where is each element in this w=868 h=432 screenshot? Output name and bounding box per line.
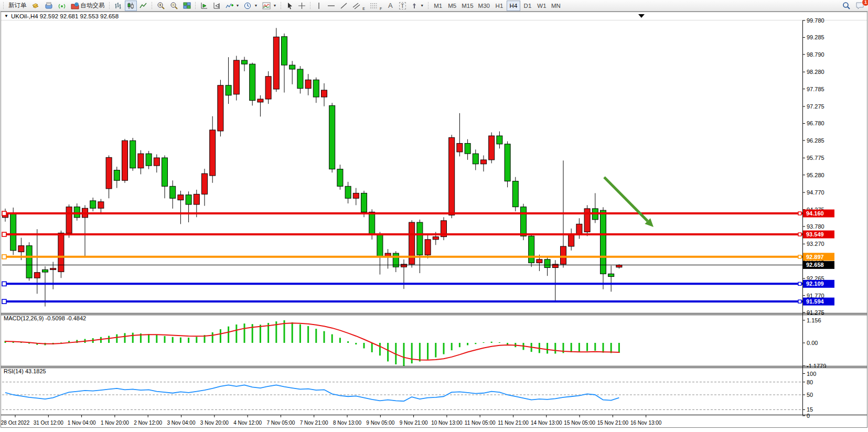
- candle: [242, 60, 248, 64]
- candle: [34, 273, 40, 278]
- toolbar-grip[interactable]: [151, 2, 153, 10]
- zoom-out-button[interactable]: [168, 1, 180, 11]
- search-button[interactable]: [840, 1, 853, 11]
- signal-icon: [58, 2, 66, 9]
- periods-button[interactable]: ▼: [242, 1, 260, 11]
- symbol-ohlc-readout: UKOil-,H4 92.592 92.681 92.553 92.658: [11, 13, 119, 19]
- candle: [569, 234, 574, 246]
- candle: [138, 154, 144, 168]
- tf-w1-button[interactable]: W1: [535, 1, 549, 11]
- candle: [218, 85, 223, 131]
- text-label-tool-button[interactable]: T: [397, 1, 408, 11]
- line-chart-type-button[interactable]: [137, 1, 149, 11]
- time-tick-label: 9 Nov 05:00: [366, 420, 394, 426]
- auto-scroll-icon: [200, 2, 208, 9]
- tf-m1-button[interactable]: M1: [431, 1, 445, 11]
- cursor-tool-button[interactable]: [284, 1, 295, 11]
- channel-tool-button[interactable]: E: [350, 1, 367, 11]
- new-order-button[interactable]: 新订单: [6, 1, 29, 11]
- toolbar-grip[interactable]: [309, 2, 312, 10]
- candlestick-chart-type-button[interactable]: [125, 1, 137, 11]
- trendline-tool-button[interactable]: [338, 1, 350, 11]
- crosshair-tool-button[interactable]: [296, 1, 308, 11]
- clock-icon: [244, 2, 252, 9]
- candle: [258, 99, 263, 102]
- toolbar-grip[interactable]: [427, 2, 430, 10]
- candle: [457, 143, 463, 152]
- signals-button[interactable]: [56, 1, 68, 11]
- tf-m15-button[interactable]: M15: [459, 1, 475, 11]
- price-level-badge-label: 94.160: [806, 210, 824, 217]
- templates-button[interactable]: ▼: [260, 1, 278, 11]
- candle: [106, 157, 112, 189]
- candle: [186, 195, 191, 204]
- candle: [233, 60, 239, 94]
- search-icon: [842, 2, 851, 9]
- tile-windows-button[interactable]: [181, 1, 193, 11]
- candle: [465, 143, 470, 154]
- reports-button[interactable]: [42, 1, 55, 11]
- candle: [481, 160, 487, 164]
- line-handle[interactable]: [2, 232, 6, 236]
- tf-h4-button[interactable]: H4: [507, 1, 520, 11]
- candle: [250, 64, 255, 100]
- macd-tick-label: -1.1779: [807, 363, 826, 369]
- tf-h1-button[interactable]: H1: [492, 1, 506, 11]
- autotrading-button[interactable]: 自动交易: [69, 1, 107, 11]
- line-handle[interactable]: [2, 255, 6, 259]
- price-tick-label: 93.270: [807, 241, 824, 247]
- gold-button[interactable]: [29, 1, 42, 11]
- bar-chart-type-button[interactable]: [112, 1, 124, 11]
- time-tick-label: 14 Nov 13:00: [531, 420, 562, 426]
- line-handle[interactable]: [2, 299, 6, 304]
- main-toolbar: 新订单 自动交易 ▼ ▼: [0, 0, 868, 12]
- price-tick-label: 96.780: [807, 120, 824, 126]
- chart-canvas[interactable]: 99.78099.28598.79098.28097.78597.27596.7…: [0, 0, 868, 432]
- tf-m5-button[interactable]: M5: [445, 1, 459, 11]
- candle: [361, 193, 367, 212]
- toolbar-grip[interactable]: [280, 2, 282, 10]
- toolbar-grip[interactable]: [109, 2, 111, 10]
- toolbar-grip[interactable]: [3, 2, 5, 10]
- fibonacci-tool-button[interactable]: F: [368, 1, 384, 11]
- line-handle[interactable]: [2, 282, 6, 286]
- time-tick-label: 28 Oct 2022: [1, 420, 30, 426]
- price-tick-label: 99.285: [807, 34, 824, 40]
- chart-shift-button[interactable]: [211, 1, 223, 11]
- text-tool-button[interactable]: A: [384, 1, 396, 11]
- shapes-tool-button[interactable]: ▼: [409, 1, 426, 11]
- candle: [473, 154, 478, 164]
- horizontal-line-tool-button[interactable]: [325, 1, 337, 11]
- horizontal-line-icon: [327, 2, 335, 9]
- candle: [433, 237, 438, 240]
- cursor-icon: [286, 2, 293, 9]
- text-label-icon: T: [399, 2, 406, 9]
- tf-d1-button[interactable]: D1: [521, 1, 534, 11]
- candlestick-chart-icon: [127, 2, 135, 9]
- candle: [369, 212, 375, 234]
- toolbar-grip[interactable]: [195, 2, 197, 10]
- chart-menu-triangle-icon[interactable]: ▼: [4, 14, 8, 18]
- auto-scroll-button[interactable]: [198, 1, 210, 11]
- candle: [537, 260, 542, 263]
- candle: [297, 69, 303, 89]
- tf-m30-button[interactable]: M30: [476, 1, 492, 11]
- time-tick-label: 2 Nov 12:00: [134, 420, 162, 426]
- tf-mn-button[interactable]: MN: [549, 1, 563, 11]
- time-tick-label: 4 Nov 12:00: [233, 420, 262, 426]
- indicators-button[interactable]: ▼: [223, 1, 242, 11]
- candle: [512, 181, 518, 207]
- vertical-line-tool-button[interactable]: [313, 1, 325, 11]
- new-order-label: 新订单: [8, 2, 27, 9]
- line-handle[interactable]: [2, 211, 6, 215]
- time-tick-label: 7 Nov 21:00: [300, 420, 328, 426]
- crosshair-icon: [298, 2, 306, 9]
- price-tick-label: 97.785: [807, 86, 824, 92]
- channel-suffix: E: [362, 7, 365, 10]
- zoom-in-button[interactable]: [155, 1, 167, 11]
- candle: [449, 137, 455, 215]
- price-tick-label: 93.780: [807, 223, 824, 230]
- candle: [90, 201, 96, 208]
- chevron-down-icon: ▼: [254, 4, 258, 7]
- time-tick-label: 1 Nov 04:00: [68, 420, 96, 426]
